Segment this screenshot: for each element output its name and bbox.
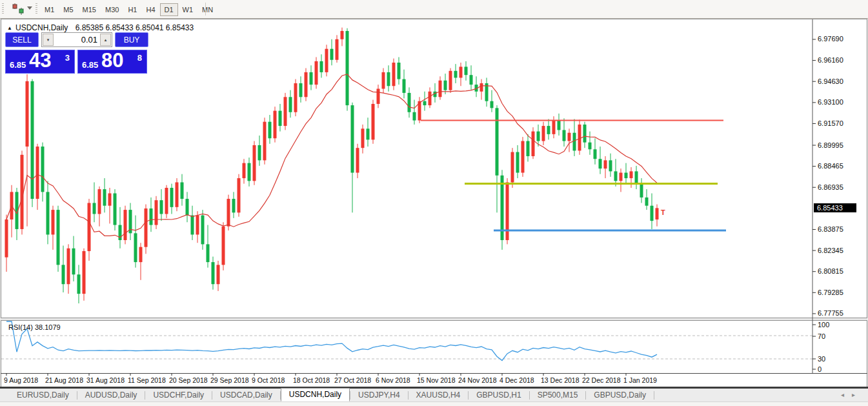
symbol-tab-gbpusd[interactable]: GBPUSD,Daily — [586, 389, 654, 401]
volume-increase-button[interactable]: ▴ — [100, 34, 111, 46]
date-tick-label: 29 Sep 2018 — [210, 376, 249, 384]
sell-price-base: 6.85 — [10, 60, 26, 70]
price-tick-label: 6.83875 — [818, 225, 843, 233]
sell-price-point: 3 — [65, 53, 70, 63]
date-tick-label: 13 Dec 2018 — [541, 376, 580, 384]
metatrader-window: M1M5M15M30H1H4D1W1MN ▲ USDCNH,Daily 6.85… — [0, 0, 868, 406]
price-tick-label: 6.79285 — [818, 289, 843, 296]
date-tick-label: 31 Aug 2018 — [86, 376, 125, 384]
date-tick-label: 18 Oct 2018 — [293, 376, 330, 384]
sell-button[interactable]: SELL — [5, 32, 39, 47]
price-tick-label: 6.93100 — [818, 98, 843, 106]
tabs-scroll-right-icon[interactable]: ▸ — [852, 391, 863, 398]
symbol-tab-usdcad[interactable]: USDCAD,Daily — [212, 389, 280, 401]
tabs-scroll-left-icon[interactable]: ◂ — [841, 391, 852, 398]
symbol-tab-usdchf[interactable]: USDCHF,Daily — [145, 389, 212, 401]
price-tick-label: 6.89995 — [818, 141, 843, 149]
date-tick-label: 1 Jan 2019 — [623, 376, 657, 384]
sell-quote-button[interactable]: 6.85 43 3 — [5, 50, 75, 74]
date-tick-label: 27 Oct 2018 — [334, 376, 371, 384]
ohlc-values: 6.85385 6.85433 6.85041 6.85433 — [76, 23, 194, 32]
symbol-tab-usdcnh[interactable]: USDCNH,Daily — [281, 388, 350, 401]
panel-collapse-icon[interactable]: ▲ — [7, 25, 12, 31]
date-tick-label: 9 Aug 2018 — [4, 376, 38, 384]
price-tick-label: 6.86935 — [818, 183, 843, 191]
date-tick-label: 4 Dec 2018 — [500, 376, 534, 384]
volume-decrease-button[interactable]: ▾ — [43, 34, 54, 46]
date-tick-label: 24 Nov 2018 — [458, 376, 497, 384]
price-tick-label: 6.96160 — [818, 56, 843, 64]
date-tick-label: 11 Sep 2018 — [128, 376, 166, 384]
symbol-label: USDCNH,Daily — [15, 23, 68, 32]
one-click-trading-panel: SELL ▾ 0.01 ▴ BUY 6.85 43 3 6.85 80 8 — [5, 32, 148, 74]
trade-entry-marker: T — [661, 208, 665, 216]
rsi-indicator-label: RSI(14) 38.1079 — [8, 323, 61, 331]
rsi-tick-label: 0 — [818, 365, 822, 373]
price-tick-label: 6.97690 — [818, 35, 843, 43]
symbol-tab-xauusd[interactable]: XAUUSD,H4 — [409, 389, 469, 401]
sell-price-pips: 43 — [29, 49, 51, 72]
rsi-tick-label: 100 — [818, 321, 829, 329]
price-tick-label: 6.80815 — [818, 267, 843, 275]
symbol-tab-gbpusd[interactable]: GBPUSD,H1 — [469, 389, 529, 401]
symbol-tab-sp500[interactable]: SP500,M15 — [530, 389, 586, 401]
rsi-tick-label: 70 — [818, 332, 825, 340]
price-tick-label: 6.94630 — [818, 77, 843, 85]
status-strip — [0, 402, 868, 406]
symbol-tab-audusd[interactable]: AUDUSD,Daily — [77, 389, 145, 401]
date-tick-label: 9 Oct 2018 — [252, 376, 285, 384]
tab-separator — [654, 391, 654, 400]
symbol-tabbar: EURUSD,DailyAUDUSD,DailyUSDCHF,DailyUSDC… — [0, 389, 868, 402]
current-price-tag: 6.85433 — [814, 203, 856, 212]
rsi-tick-label: 30 — [818, 355, 825, 363]
volume-spinner: ▾ 0.01 ▴ — [41, 32, 112, 47]
price-tick-label: 6.88465 — [818, 162, 843, 170]
price-tick-label: 6.77755 — [818, 309, 843, 317]
symbol-tab-eurusd[interactable]: EURUSD,Daily — [9, 389, 77, 401]
price-tick-label: 6.82345 — [818, 247, 843, 254]
price-tick-label: 6.91570 — [818, 119, 843, 127]
date-tick-label: 6 Nov 2018 — [376, 376, 410, 384]
date-tick-label: 15 Nov 2018 — [417, 376, 456, 384]
symbol-tab-usdjpy[interactable]: USDJPY,H4 — [350, 389, 407, 401]
date-tick-label: 22 Dec 2018 — [582, 376, 621, 384]
buy-price-point: 8 — [137, 53, 142, 63]
date-tick-label: 21 Aug 2018 — [45, 376, 83, 384]
chart-title: USDCNH,Daily 6.85385 6.85433 6.85041 6.8… — [15, 23, 194, 32]
buy-button[interactable]: BUY — [115, 32, 148, 47]
buy-quote-button[interactable]: 6.85 80 8 — [77, 50, 147, 74]
buy-price-base: 6.85 — [82, 60, 98, 70]
volume-value[interactable]: 0.01 — [81, 35, 97, 45]
date-tick-label: 20 Sep 2018 — [169, 376, 208, 384]
buy-price-pips: 80 — [101, 49, 123, 72]
